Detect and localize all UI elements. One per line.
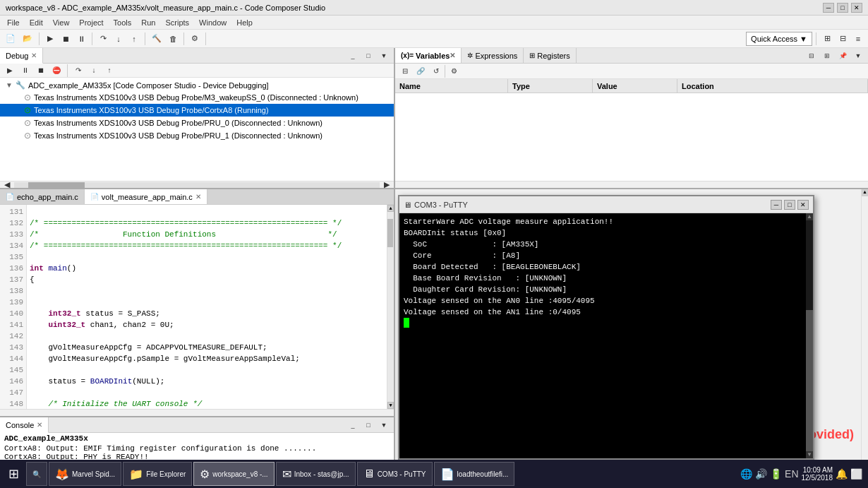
menu-window[interactable]: Window xyxy=(195,17,231,28)
vars-hscroll[interactable] xyxy=(395,181,868,188)
registers-tab[interactable]: ⊞ Registers xyxy=(524,48,576,63)
expressions-tab[interactable]: ✲ Expressions xyxy=(462,48,524,63)
putty-vscroll-up[interactable]: ▲ xyxy=(806,213,813,220)
language-icon[interactable]: EN xyxy=(785,468,798,480)
stop-button[interactable]: ⏹ xyxy=(59,32,73,46)
build-button[interactable]: 🔨 xyxy=(149,32,164,46)
taskbar-app-0[interactable]: 🦊 Marvel Spid... xyxy=(49,462,121,486)
tree-expand-root[interactable]: ▼ xyxy=(6,81,13,89)
putty-vscroll-track[interactable] xyxy=(806,220,813,451)
minimize-button[interactable]: ─ xyxy=(823,3,834,13)
vars-view-icon[interactable]: ▼ xyxy=(851,49,865,63)
step-into[interactable]: ↓ xyxy=(111,32,126,46)
debug-tab-close[interactable]: ✕ xyxy=(31,52,37,59)
network-icon[interactable]: 🌐 xyxy=(740,468,752,480)
editor-hscrollbar[interactable] xyxy=(0,409,394,416)
menu-run[interactable]: Run xyxy=(137,17,159,28)
right-vscroll-up-btn[interactable]: ▲ xyxy=(862,189,868,196)
putty-maximize-button[interactable]: □ xyxy=(784,200,795,210)
taskbar-app-4[interactable]: 🖥 COM3 - PuTTY xyxy=(357,462,433,486)
start-button[interactable]: ⊞ xyxy=(3,462,25,486)
vars-link-btn[interactable]: 🔗 xyxy=(414,64,428,78)
console-tab-close[interactable]: ✕ xyxy=(37,421,42,429)
vars-pin-icon[interactable]: 📌 xyxy=(836,49,850,63)
vscroll-up[interactable]: ▲ xyxy=(387,205,394,212)
debug-view-icon[interactable]: ▼ xyxy=(377,49,391,63)
new-button[interactable]: 📄 xyxy=(3,32,18,46)
menu-tools[interactable]: Tools xyxy=(109,17,136,28)
vars-collapse-icon[interactable]: ⊟ xyxy=(804,49,819,63)
right-vscroll-track[interactable] xyxy=(862,196,868,488)
debug-tree-item-0[interactable]: ⊙ Texas Instruments XDS100v3 USB Debug P… xyxy=(0,91,394,104)
hscroll-track[interactable] xyxy=(14,182,380,188)
battery-icon[interactable]: 🔋 xyxy=(770,468,782,480)
debug-resume-btn[interactable]: ▶ xyxy=(3,64,17,78)
console-view-icon[interactable]: ▼ xyxy=(377,418,391,432)
debug-stepinto-btn[interactable]: ↓ xyxy=(87,64,101,78)
debug-stepout-btn[interactable]: ↑ xyxy=(102,64,116,78)
perspective-button[interactable]: ⊞ xyxy=(820,32,834,46)
debug-stop-btn[interactable]: ⏹ xyxy=(34,64,48,78)
menu-scripts[interactable]: Scripts xyxy=(161,17,193,28)
notifications-icon[interactable]: 🔔 xyxy=(836,468,848,480)
editor-tab-volt-close[interactable]: ✕ xyxy=(195,193,201,201)
editor-tab-echo[interactable]: 📄 echo_app_main.c xyxy=(0,189,85,204)
maximize-button[interactable]: □ xyxy=(837,3,848,13)
step-out[interactable]: ↑ xyxy=(127,32,141,46)
system-clock[interactable]: 10:09 AM 12/5/2018 xyxy=(802,466,833,482)
taskbar-app-5[interactable]: 📄 loadtheoutfilefi... xyxy=(434,462,515,486)
debug-minimize-icon[interactable]: _ xyxy=(346,49,360,63)
editor-vscrollbar[interactable]: ▲ ▼ xyxy=(387,205,394,409)
console-minimize-icon[interactable]: _ xyxy=(346,418,360,432)
console-maximize-icon[interactable]: □ xyxy=(361,418,375,432)
editor-tab-volt[interactable]: 📄 volt_measure_app_main.c ✕ xyxy=(85,189,207,204)
code-content[interactable]: /* =====================================… xyxy=(27,205,387,409)
quick-access-button[interactable]: Quick Access ▼ xyxy=(746,32,812,46)
show-desktop-icon[interactable]: ⬜ xyxy=(850,468,862,480)
open-button[interactable]: 📂 xyxy=(20,32,35,46)
console-tab[interactable]: Console ✕ xyxy=(0,417,49,433)
menu-project[interactable]: Project xyxy=(75,17,107,28)
code-editor[interactable]: 131132133134135 136137138139140 14114214… xyxy=(0,205,394,409)
menu-edit[interactable]: Edit xyxy=(25,17,47,28)
debug-tab[interactable]: Debug ✕ xyxy=(0,48,43,64)
vars-settings-btn[interactable]: ⚙ xyxy=(447,64,461,78)
vars-refresh-btn[interactable]: ↺ xyxy=(429,64,443,78)
debug-tree-item-1[interactable]: ⊙ Texas Instruments XDS100v3 USB Debug P… xyxy=(0,104,394,117)
minimize-all-button[interactable]: ⊟ xyxy=(836,32,850,46)
putty-close-button[interactable]: ✕ xyxy=(797,200,809,210)
debug-maximize-icon[interactable]: □ xyxy=(361,49,375,63)
debug-tree-item-3[interactable]: ⊙ Texas Instruments XDS100v3 USB Debug P… xyxy=(0,129,394,142)
step-over[interactable]: ↷ xyxy=(96,32,110,46)
taskbar-search[interactable]: 🔍 xyxy=(26,462,47,486)
debug-suspend-btn[interactable]: ⏸ xyxy=(18,64,32,78)
pause-button[interactable]: ⏸ xyxy=(74,32,88,46)
vars-collapse-all[interactable]: ⊟ xyxy=(398,64,412,78)
right-col-vscroll[interactable]: ▲ ▼ xyxy=(861,189,868,488)
taskbar-app-2[interactable]: ⚙ workspace_v8 -... xyxy=(193,462,274,486)
volume-icon[interactable]: 🔊 xyxy=(755,468,767,480)
taskbar-app-3[interactable]: ✉ Inbox - stas@jp... xyxy=(276,462,356,486)
settings-icon[interactable]: ⚙ xyxy=(188,32,202,46)
view-button[interactable]: ≡ xyxy=(851,32,865,46)
variables-tab[interactable]: (x)= Variables ✕ xyxy=(395,48,462,63)
taskbar-app-1[interactable]: 📁 File Explorer xyxy=(123,462,192,486)
close-button[interactable]: ✕ xyxy=(851,3,862,13)
putty-vscroll-down[interactable]: ▼ xyxy=(806,451,813,458)
vscroll-down[interactable]: ▼ xyxy=(387,402,394,409)
clean-button[interactable]: 🗑 xyxy=(166,32,180,46)
menu-view[interactable]: View xyxy=(49,17,74,28)
debug-stepover-btn[interactable]: ↷ xyxy=(71,64,85,78)
variables-tab-close[interactable]: ✕ xyxy=(450,52,455,59)
menu-help[interactable]: Help xyxy=(232,17,257,28)
menu-file[interactable]: File xyxy=(3,17,24,28)
putty-vscroll[interactable]: ▲ ▼ xyxy=(806,213,813,458)
debug-disconnect-btn[interactable]: ⛔ xyxy=(49,64,64,78)
vars-expand-icon[interactable]: ⊞ xyxy=(820,49,834,63)
debug-tree-item-2[interactable]: ⊙ Texas Instruments XDS100v3 USB Debug P… xyxy=(0,117,394,129)
debug-button[interactable]: ▶ xyxy=(43,32,57,46)
vscroll-track[interactable] xyxy=(387,212,394,402)
debug-tree-root[interactable]: ▼ 🔧 ADC_example_AM335x [Code Composer St… xyxy=(0,79,394,91)
debug-hscrollbar[interactable]: ◀ ▶ xyxy=(0,181,394,188)
putty-window[interactable]: 🖥 COM3 - PuTTY ─ □ ✕ StarterWare ADC vol… xyxy=(398,195,814,460)
